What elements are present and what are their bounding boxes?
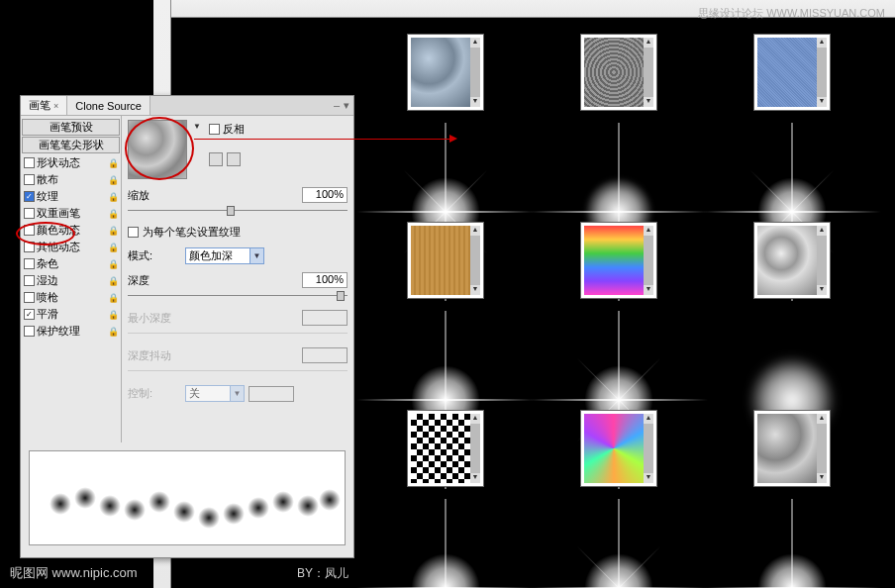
tab-label: 画笔 <box>29 98 50 113</box>
lock-icon[interactable]: 🔒 <box>108 243 118 252</box>
option-other-dynamics[interactable]: 其他动态🔒 <box>21 239 121 255</box>
lock-icon[interactable]: 🔒 <box>108 327 118 337</box>
depth-jitter-input <box>302 347 348 363</box>
texture-thumb-clouds[interactable]: ▲▼ <box>753 410 831 487</box>
lock-icon[interactable]: 🔒 <box>108 175 118 185</box>
option-wet-edges[interactable]: 湿边🔒 <box>21 272 121 289</box>
close-icon[interactable]: × <box>53 101 58 111</box>
minimize-icon[interactable]: – <box>334 99 340 112</box>
lock-icon[interactable]: 🔒 <box>108 259 118 269</box>
option-smoothing[interactable]: ✓平滑🔒 <box>21 306 121 323</box>
scale-slider[interactable] <box>128 205 348 217</box>
checkbox-icon[interactable] <box>24 275 35 286</box>
watermark-site: 昵图网 www.nipic.com <box>10 564 138 582</box>
texture-thumb-checker[interactable]: ▲▼ <box>407 410 484 487</box>
chevron-up-icon[interactable]: ▲ <box>817 414 827 424</box>
texture-thumb-oilslick[interactable]: ▲▼ <box>580 410 657 487</box>
min-depth-input <box>302 310 348 326</box>
depth-slider[interactable] <box>128 290 348 302</box>
watermark-source: 思缘设计论坛 WWW.MISSYUAN.COM <box>698 6 885 21</box>
chevron-up-icon[interactable]: ▲ <box>470 414 480 424</box>
texture-settings: ▼ 反相 缩放 100% <box>122 116 353 442</box>
chevron-down-icon[interactable]: ▼ <box>193 122 203 131</box>
texture-thumb-spheres[interactable]: ▲▼ <box>407 34 484 111</box>
lock-icon[interactable]: 🔒 <box>108 209 118 219</box>
watermark-author: BY：凤儿 <box>297 565 348 582</box>
chevron-down-icon[interactable]: ▼ <box>470 285 480 295</box>
tab-clone-source[interactable]: Clone Source <box>67 96 150 115</box>
checkbox-icon[interactable]: ✓ <box>24 191 35 202</box>
brush-panel: 画笔 × Clone Source – ▾ 画笔预设 画笔笔尖形状 形状动态🔒 … <box>20 95 354 558</box>
option-scattering[interactable]: 散布🔒 <box>21 171 121 188</box>
min-depth-slider <box>128 328 348 340</box>
chevron-up-icon[interactable]: ▲ <box>470 226 480 236</box>
chevron-down-icon[interactable]: ▼ <box>817 97 827 107</box>
checkbox-icon[interactable] <box>24 292 35 303</box>
chevron-down-icon: ▼ <box>249 248 263 263</box>
checkbox-icon[interactable] <box>24 157 35 168</box>
chevron-down-icon[interactable]: ▼ <box>470 97 480 107</box>
invert-label: 反相 <box>223 122 245 137</box>
depth-jitter-label: 深度抖动 <box>128 348 181 363</box>
depth-label: 深度 <box>128 273 181 288</box>
chevron-up-icon[interactable]: ▲ <box>817 226 827 236</box>
checkbox-icon[interactable] <box>24 225 35 236</box>
option-shape-dynamics[interactable]: 形状动态🔒 <box>21 154 121 171</box>
mode-select[interactable]: 颜色加深 ▼ <box>185 247 264 264</box>
chevron-up-icon[interactable]: ▲ <box>470 38 480 48</box>
texture-thumb-gravel[interactable]: ▲▼ <box>580 34 657 111</box>
tab-brush[interactable]: 画笔 × <box>21 96 67 115</box>
scale-label: 缩放 <box>128 188 181 203</box>
chevron-up-icon[interactable]: ▲ <box>644 38 653 48</box>
chevron-up-icon[interactable]: ▲ <box>644 414 653 424</box>
option-airbrush[interactable]: 喷枪🔒 <box>21 289 121 306</box>
scale-input[interactable]: 100% <box>302 187 348 203</box>
each-tip-checkbox[interactable] <box>128 227 139 238</box>
option-noise[interactable]: 杂色🔒 <box>21 255 121 272</box>
option-protect-texture[interactable]: 保护纹理🔒 <box>21 323 121 340</box>
each-tip-label: 为每个笔尖设置纹理 <box>143 225 241 240</box>
brush-options-list: 画笔预设 画笔笔尖形状 形状动态🔒 散布🔒 ✓纹理🔒 双重画笔🔒 颜色动态🔒 其… <box>21 116 122 442</box>
new-texture-icon[interactable] <box>209 152 223 166</box>
lock-icon[interactable]: 🔒 <box>108 293 118 303</box>
option-dual-brush[interactable]: 双重画笔🔒 <box>21 205 121 222</box>
texture-thumb-foil[interactable]: ▲▼ <box>753 222 831 299</box>
option-color-dynamics[interactable]: 颜色动态🔒 <box>21 222 121 239</box>
control-label: 控制: <box>128 386 181 401</box>
chevron-up-icon[interactable]: ▲ <box>644 226 653 236</box>
option-texture[interactable]: ✓纹理🔒 <box>21 188 121 205</box>
chevron-up-icon[interactable]: ▲ <box>817 38 827 48</box>
checkbox-icon[interactable]: ✓ <box>24 309 35 320</box>
brush-presets-header[interactable]: 画笔预设 <box>22 119 120 136</box>
brush-tip-shape-header[interactable]: 画笔笔尖形状 <box>22 137 120 153</box>
texture-preview-grid: ▲▼ ▲▼ ▲▼ ▲▼ ▲▼ ▲▼ ▲▼ ▲▼ ▲▼ <box>361 24 886 578</box>
chevron-down-icon[interactable]: ▼ <box>817 285 827 295</box>
checkbox-icon[interactable] <box>24 208 35 219</box>
checkbox-icon[interactable] <box>24 326 35 337</box>
checkbox-icon[interactable] <box>24 174 35 185</box>
texture-thumb-denim[interactable]: ▲▼ <box>753 34 831 111</box>
texture-thumb-rainbow[interactable]: ▲▼ <box>580 222 657 299</box>
tab-label: Clone Source <box>75 100 142 112</box>
chevron-down-icon[interactable]: ▼ <box>644 97 653 107</box>
lock-icon[interactable]: 🔒 <box>108 192 118 202</box>
lock-icon[interactable]: 🔒 <box>108 276 118 286</box>
checkbox-icon[interactable] <box>24 258 35 269</box>
open-texture-icon[interactable] <box>227 152 241 166</box>
texture-preview[interactable] <box>128 120 187 179</box>
invert-checkbox[interactable] <box>209 124 220 135</box>
lock-icon[interactable]: 🔒 <box>108 158 118 168</box>
chevron-down-icon[interactable]: ▼ <box>470 473 480 483</box>
lock-icon[interactable]: 🔒 <box>108 226 118 236</box>
menu-icon[interactable]: ▾ <box>344 99 349 112</box>
lock-icon[interactable]: 🔒 <box>108 310 118 320</box>
texture-thumb-wood[interactable]: ▲▼ <box>407 222 484 299</box>
chevron-down-icon[interactable]: ▼ <box>644 473 653 483</box>
min-depth-label: 最小深度 <box>128 311 181 326</box>
panel-tab-bar: 画笔 × Clone Source – ▾ <box>21 96 353 116</box>
mode-label: 模式: <box>128 248 181 263</box>
depth-input[interactable]: 100% <box>302 272 348 288</box>
checkbox-icon[interactable] <box>24 242 35 252</box>
chevron-down-icon[interactable]: ▼ <box>817 473 827 483</box>
chevron-down-icon[interactable]: ▼ <box>644 285 653 295</box>
